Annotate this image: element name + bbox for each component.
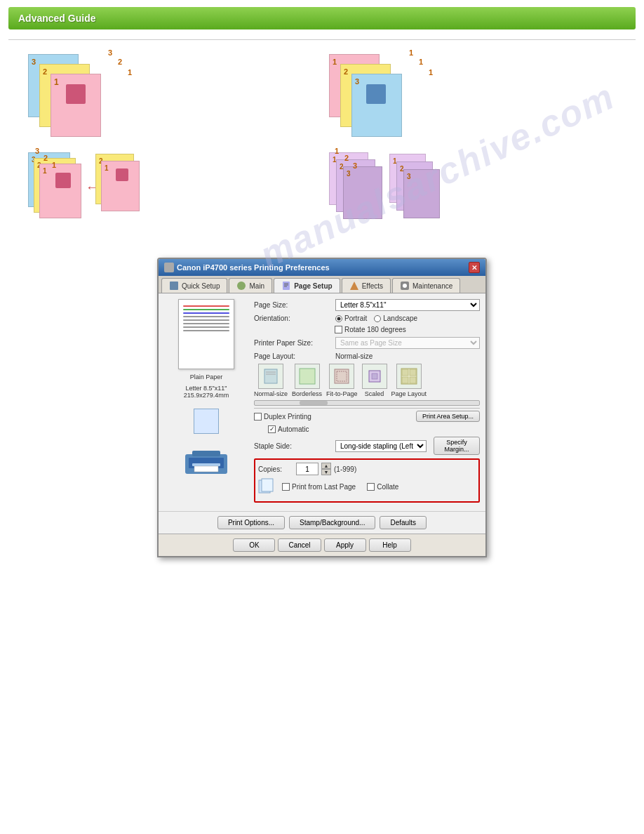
staple-side-select[interactable]: Long-side stapling (Left) [335,440,427,452]
tab-page-setup[interactable]: Page Setup [274,278,340,293]
dialog-title-icon [164,263,174,272]
layout-fit-to-page[interactable]: Fit-to-Page [326,364,358,397]
svg-point-8 [403,284,407,288]
dialog-titlebar: Canon iP4700 series Printing Preferences… [159,259,485,276]
copies-input[interactable] [296,463,318,475]
layout-scaled[interactable]: Scaled [362,364,387,397]
settings-separator-1 [254,408,480,409]
cancel-button[interactable]: Cancel [278,538,321,552]
layout-scrollbar[interactable] [254,400,480,406]
automatic-row: Automatic [268,425,480,433]
copies-pages-icon [258,478,275,495]
preview-lines [183,305,229,333]
orientation-landscape[interactable]: Landscape [374,315,417,322]
fit-to-page-label: Fit-to-Page [326,390,358,397]
landscape-label: Landscape [383,315,417,322]
printer-paper-size-label: Printer Paper Size: [254,339,331,347]
copies-label: Copies: [258,465,293,473]
page-layout-label: Page Layout: [254,352,331,360]
automatic-checkbox-item[interactable]: Automatic [268,425,309,433]
duplex-label: Duplex Printing [264,413,311,421]
dialog-close-button[interactable]: ✕ [469,262,480,273]
page-1-1: 1 [51,74,101,137]
rotate-checkbox[interactable] [335,326,342,333]
printing-preferences-dialog[interactable]: Canon iP4700 series Printing Preferences… [157,258,487,557]
page-size-row: Page Size: Letter 8.5"x11" [254,299,480,311]
borderless-icon[interactable] [295,364,320,389]
dialog-tabs: Quick Setup Main Page Setup Effects Main… [159,276,485,293]
page-layout-icon[interactable] [396,364,422,389]
apply-button[interactable]: Apply [324,538,366,552]
svg-rect-0 [170,282,178,290]
layout-page-layout[interactable]: Page Layout [391,364,427,397]
duplex-checkbox-item[interactable]: Duplex Printing [254,413,311,421]
page-s6-4: 3 [403,169,440,218]
automatic-checkbox[interactable] [268,425,276,433]
scroll-thumb[interactable] [300,401,328,405]
fit-to-page-icon[interactable] [329,364,354,389]
portrait-label: Portrait [344,315,367,322]
collate-checkbox-item[interactable]: Collate [367,483,398,491]
scaled-icon[interactable] [362,364,387,389]
dialog-wrapper: Canon iP4700 series Printing Preferences… [157,258,487,557]
printer-paper-size-select: Same as Page Size [335,337,480,349]
svg-rect-24 [410,369,416,376]
tab-maintenance[interactable]: Maintenance [392,278,460,293]
ok-button[interactable]: OK [233,538,275,552]
page-size-label: Page Size: [254,301,331,309]
defaults-button[interactable]: Defaults [380,516,427,529]
svg-marker-6 [350,282,358,290]
tab-main[interactable]: Main [229,278,272,293]
printer-illustration [182,444,231,479]
header-bar: Advanced Guide [8,7,636,29]
page-g3-3: 1 [39,164,81,218]
duplex-checkbox[interactable] [254,413,262,421]
layout-borderless[interactable]: Borderless [292,364,322,397]
preview-small-square [194,409,219,434]
orientation-portrait[interactable]: Portrait [335,315,367,322]
collation-diagrams: 3 2 1 3 2 1 [28,54,616,237]
orientation-row: Orientation: Portrait Landscape [254,315,480,322]
svg-rect-21 [372,373,377,379]
page-layout-value: Normal-size [335,352,373,360]
content-area: 3 2 1 3 2 1 [0,54,644,557]
tab-effects[interactable]: Effects [342,278,391,293]
normal-size-icon[interactable] [258,364,283,389]
specify-margin-button[interactable]: Specify Margin... [434,437,480,455]
copies-section: Copies: ▲ ▼ (1-999) [254,458,480,503]
tab-quick-setup[interactable]: Quick Setup [161,278,227,293]
page-setup-icon [281,281,291,291]
preview-line-gray2 [183,319,229,321]
print-from-last-checkbox[interactable] [282,483,290,491]
page-size-select[interactable]: Letter 8.5"x11" [335,299,480,311]
header-title: Advanced Guide [18,13,95,24]
svg-rect-25 [402,377,408,383]
copies-spinner: ▲ ▼ [321,463,331,475]
stack-diagram-3: 3 2 1 ← 2 1 3 2 [28,152,154,237]
layout-normal-size[interactable]: Normal-size [254,364,288,397]
svg-rect-11 [192,463,220,466]
rotate-label: Rotate 180 degrees [344,326,406,333]
print-collate-row: Print from Last Page Collate [258,478,476,495]
portrait-radio[interactable] [335,315,342,322]
svg-rect-17 [300,369,315,384]
print-from-last-checkbox-item[interactable]: Print from Last Page [282,483,356,491]
copies-down-arrow[interactable]: ▼ [321,469,331,475]
header-divider [8,39,636,40]
help-button[interactable]: Help [369,538,411,552]
page-s3-4: 3 [343,166,382,219]
preview-line-gray3 [183,323,229,324]
maintenance-icon [400,281,410,291]
copies-up-arrow[interactable]: ▲ [321,463,331,469]
main-icon [236,281,246,291]
print-area-setup-button[interactable]: Print Area Setup... [416,411,480,422]
preview-paper [178,299,234,369]
stamp-background-button[interactable]: Stamp/Background... [289,516,375,529]
rotate-checkbox-item[interactable]: Rotate 180 degrees [335,326,406,333]
collate-checkbox[interactable] [367,483,375,491]
landscape-radio[interactable] [374,315,381,322]
stack-diagram-2: 1 2 3 1 1 1 [329,54,455,138]
print-options-button[interactable]: Print Options... [217,516,285,529]
svg-rect-28 [262,479,273,491]
page-g5-3: 1 [101,161,140,211]
